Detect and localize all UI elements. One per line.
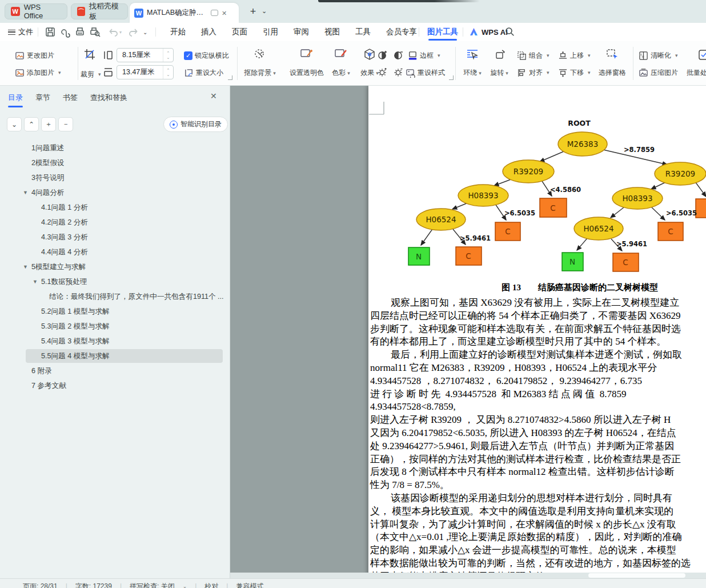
batch-process-button[interactable]: 批量处 (687, 66, 706, 79)
set-transparent-button[interactable]: 设置透明色 (288, 46, 325, 81)
menu-tab-reference[interactable]: 引用 (263, 27, 278, 37)
group-button[interactable]: 组合 (517, 49, 549, 62)
spellcheck-chevron-icon[interactable]: ⌄ (183, 581, 187, 588)
effects-dialog-launcher-icon[interactable] (449, 75, 454, 80)
sidebar-tab-toc[interactable]: 目录 (8, 93, 23, 103)
toc-item-selected[interactable]: 5.5问题 4 模型与求解 (0, 349, 230, 363)
svg-text:R39209: R39209 (514, 167, 543, 176)
brush-picture-icon (334, 47, 348, 61)
comment-icon[interactable] (211, 10, 218, 16)
word-count[interactable]: 字数: 17239 (75, 581, 112, 588)
file-menu[interactable]: 文件 (8, 23, 33, 41)
search-icon[interactable] (505, 27, 515, 37)
send-backward-button[interactable]: 下移 (558, 66, 591, 79)
toc-item[interactable]: 5.2问题 1 模型与求解 (0, 304, 230, 319)
quickbar-chevron-icon[interactable]: ⌄ (143, 23, 147, 41)
toc-item[interactable]: 1问题重述 (0, 141, 230, 155)
collapse-all-button[interactable]: ⌄ (7, 117, 22, 131)
rotate-button[interactable]: 旋转 (483, 46, 515, 81)
redo-icon[interactable] (128, 26, 139, 38)
toc-item[interactable]: 6 附录 (0, 363, 230, 378)
wps-ai-button[interactable]: WPS AI (470, 23, 508, 41)
close-tab-icon[interactable] (222, 10, 227, 17)
toc-item[interactable]: 结论：最终我们得到了，原文件中一共包含有1911个 ... (0, 289, 230, 304)
print-icon[interactable] (74, 26, 86, 38)
reset-style-button[interactable]: 重设样式 (406, 66, 445, 79)
horizontal-scrollbar-thumb[interactable] (588, 573, 685, 578)
toc-item[interactable]: 5.3问题 2 模型与求解 (0, 319, 230, 334)
toc-item[interactable]: 3符号说明 (0, 170, 230, 185)
width-spinner-arrows[interactable]: ⌃⌄ (163, 66, 173, 79)
sidebar-tab-bookmarks[interactable]: 书签 (63, 93, 78, 103)
crop-icon[interactable] (83, 48, 96, 61)
caret-down-icon[interactable]: ▼ (33, 279, 38, 285)
undo-chevron-icon[interactable]: ▾ (119, 23, 122, 41)
undo-icon[interactable] (107, 26, 119, 38)
compatibility-mode-badge[interactable]: 兼容模式 (236, 581, 263, 588)
toc-item[interactable]: 4.4问题 4 分析 (0, 245, 230, 259)
svg-text:H06524: H06524 (426, 215, 456, 224)
menu-tab-picture-tools-active[interactable]: 图片工具 (427, 23, 458, 41)
sidebar-tab-find-replace[interactable]: 查找和替换 (90, 93, 127, 103)
tab-wps-home[interactable]: W WPS Office (5, 3, 67, 19)
text-line: 4.934457528 ，8.271074832， 6.204179852， 9… (370, 375, 706, 388)
brightness-decrease-icon[interactable] (393, 67, 404, 78)
size-dialog-launcher-icon[interactable] (228, 75, 232, 80)
height-spinner-arrows[interactable]: ⌃⌄ (163, 49, 173, 62)
contrast-decrease-icon[interactable] (393, 50, 404, 61)
border-button[interactable]: 边框 (408, 49, 440, 62)
toc-item[interactable]: 5.4问题 3 模型与求解 (0, 334, 230, 349)
proofread-button[interactable]: 校对 (204, 581, 218, 588)
width-input[interactable]: 13.47厘米 ⌃⌄ (117, 65, 174, 79)
menu-tab-home[interactable]: 开始 (170, 27, 186, 37)
horizontal-scrollbar[interactable] (230, 573, 706, 578)
menu-tab-page[interactable]: 页面 (232, 27, 247, 37)
toc-item[interactable]: 4.2问题 2 分析 (0, 215, 230, 230)
smart-toc-button[interactable]: 智能识别目录 (163, 117, 228, 132)
export-pdf-icon[interactable] (59, 26, 71, 38)
caret-down-icon[interactable]: ▼ (23, 190, 28, 195)
remove-background-button[interactable]: 抠除背景 (242, 46, 278, 81)
toc-item[interactable]: 4.3问题 3 分析 (0, 230, 230, 245)
lock-aspect-checkbox[interactable]: ✓ 锁定纵横比 (184, 49, 229, 62)
print-preview-icon[interactable] (89, 26, 101, 38)
close-sidebar-icon[interactable]: ✕ (210, 91, 217, 101)
zoom-in-toc-button[interactable]: ＋ (41, 117, 56, 131)
menu-tab-member[interactable]: 会员专享 (386, 27, 417, 37)
caret-down-icon[interactable]: ▼ (23, 264, 28, 270)
toc-item[interactable]: ▼4问题分析 (0, 185, 230, 200)
spellcheck-status[interactable]: 拼写检查: 关闭 (130, 581, 175, 588)
compress-picture-button[interactable]: 压缩图片 (639, 66, 678, 79)
menu-tab-insert[interactable]: 插入 (201, 27, 216, 37)
decision-tree-figure[interactable]: ROOT M26383 R39209 R39209 H08393 H06524 … (377, 111, 706, 283)
sidebar-tab-chapters[interactable]: 章节 (35, 93, 50, 103)
bring-forward-button[interactable]: 上移 (558, 49, 591, 62)
toc-item[interactable]: 7 参考文献 (0, 378, 230, 393)
contrast-increase-icon[interactable] (377, 50, 388, 61)
save-icon[interactable] (45, 26, 56, 38)
menu-tab-tools[interactable]: 工具 (355, 27, 371, 37)
batch-process-icon[interactable] (698, 49, 706, 61)
toc-item[interactable]: ▼5模型建立与求解 (0, 259, 230, 274)
add-picture-button[interactable]: 添加图片 (15, 66, 61, 79)
zoom-out-toc-button[interactable]: － (58, 117, 73, 131)
brightness-increase-icon[interactable] (377, 67, 388, 78)
toc-item[interactable]: 2模型假设 (0, 155, 230, 170)
menu-tab-review[interactable]: 审阅 (294, 27, 309, 37)
crop-button[interactable]: 裁剪 (81, 68, 101, 81)
toc-item[interactable]: ▼5.1数据预处理 (0, 274, 230, 289)
sharpen-button[interactable]: 清晰化 (639, 49, 678, 62)
toc-item[interactable]: 4.1问题 1 分析 (0, 200, 230, 215)
selection-pane-button[interactable]: 选择窗格 (594, 46, 631, 81)
height-input[interactable]: 8.15厘米 ⌃⌄ (117, 48, 174, 62)
new-tab-button[interactable]: + (247, 5, 259, 18)
tab-document-active[interactable]: W MATLAB确定肿瘤的重要基因 (130, 3, 239, 23)
align-button[interactable]: 对齐 (517, 66, 549, 79)
change-picture-button[interactable]: 更改图片 (15, 49, 54, 62)
reset-size-button[interactable]: 重设大小 (184, 66, 223, 79)
tab-list-chevron-icon[interactable]: ⌄ (262, 7, 267, 15)
expand-all-button[interactable]: ⌃ (24, 117, 39, 131)
tab-docer[interactable]: ⌒ 找稻壳模板 (71, 3, 128, 19)
document-canvas[interactable]: ROOT M26383 R39209 R39209 H08393 H06524 … (230, 86, 706, 578)
menu-tab-view[interactable]: 视图 (324, 27, 340, 37)
